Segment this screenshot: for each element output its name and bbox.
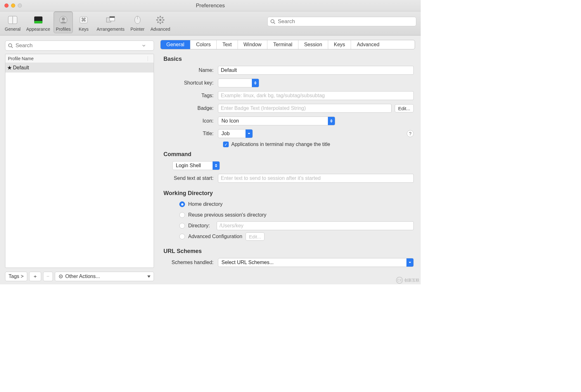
tab-colors-label: Colors xyxy=(196,42,211,47)
badge-edit-label: Edit... xyxy=(398,106,410,111)
svg-line-19 xyxy=(157,17,158,18)
svg-rect-10 xyxy=(110,16,115,18)
toolbar-pointer-label: Pointer xyxy=(131,27,144,32)
radio-advanced-config[interactable] xyxy=(179,234,185,239)
toolbar-search-field[interactable] xyxy=(267,17,416,26)
radio-directory[interactable] xyxy=(179,223,185,229)
svg-point-28 xyxy=(60,276,61,277)
toolbar-arrangements[interactable]: Arrangements xyxy=(94,11,127,33)
radio-reuse-label: Reuse previous session's directory xyxy=(188,212,266,218)
radio-home-label: Home directory xyxy=(188,201,222,207)
name-label: Name: xyxy=(163,67,218,73)
tab-keys[interactable]: Keys xyxy=(328,40,351,49)
toolbar-appearance-label: Appearance xyxy=(26,27,50,32)
name-input[interactable] xyxy=(218,66,414,75)
title-help-button[interactable]: ? xyxy=(407,130,414,137)
advanced-config-edit-label: Edit... xyxy=(249,234,261,239)
form-area: Basics Name: Shortcut key: Tags: xyxy=(160,54,415,284)
icon-label: Icon: xyxy=(163,118,218,124)
other-actions-button[interactable]: Other Actions... xyxy=(55,272,154,281)
toolbar-pointer[interactable]: Pointer xyxy=(128,11,147,33)
chevron-down-icon xyxy=(246,130,252,138)
search-icon xyxy=(270,19,275,24)
profile-search-input[interactable] xyxy=(15,42,149,49)
profile-list: Profile Name ★ Default xyxy=(5,54,154,268)
badge-input[interactable] xyxy=(218,104,392,113)
title-select-value: Job xyxy=(218,131,246,136)
gear-icon xyxy=(58,274,63,279)
directory-path-input[interactable] xyxy=(217,221,414,230)
minimize-window-button[interactable] xyxy=(11,3,15,8)
tags-input[interactable] xyxy=(218,91,414,100)
tab-general[interactable]: General xyxy=(161,40,190,49)
profile-row-default[interactable]: ★ Default xyxy=(5,63,154,73)
tab-text-label: Text xyxy=(222,42,232,47)
tab-window-label: Window xyxy=(244,42,262,47)
section-basics: Basics xyxy=(163,56,414,62)
profile-detail-pane: General Colors Text Window Terminal Sess… xyxy=(158,35,421,284)
section-urlschemes: URL Schemes xyxy=(163,248,414,255)
svg-point-25 xyxy=(9,44,12,47)
radio-reuse-directory[interactable] xyxy=(179,212,185,218)
tab-session-label: Session xyxy=(304,42,322,47)
keys-icon: ⌘ xyxy=(77,15,90,25)
tab-window[interactable]: Window xyxy=(238,40,268,49)
profile-list-header[interactable]: Profile Name xyxy=(5,54,154,63)
slider-icon xyxy=(6,15,19,25)
toolbar-arrangements-label: Arrangements xyxy=(97,27,124,32)
appearance-icon xyxy=(32,15,45,25)
toolbar-keys[interactable]: ⌘ Keys xyxy=(74,11,93,33)
profile-search-field[interactable] xyxy=(5,41,154,51)
updown-icon xyxy=(213,161,220,170)
tab-advanced[interactable]: Advanced xyxy=(351,40,385,49)
radio-home-directory[interactable] xyxy=(179,201,185,207)
send-text-input[interactable] xyxy=(218,174,414,183)
add-profile-button[interactable]: ＋ xyxy=(29,272,41,281)
toolbar-general[interactable]: General xyxy=(3,11,23,33)
profile-tabs: General Colors Text Window Terminal Sess… xyxy=(160,40,415,49)
toolbar-advanced[interactable]: Advanced xyxy=(148,11,172,33)
title-select[interactable]: Job xyxy=(218,129,253,138)
tab-text[interactable]: Text xyxy=(217,40,238,49)
svg-line-21 xyxy=(157,22,158,23)
icon-select-value: No Icon xyxy=(218,118,328,124)
toolbar-search-input[interactable] xyxy=(277,18,413,25)
toolbar-search-wrap xyxy=(267,17,416,26)
toolbar-advanced-label: Advanced xyxy=(150,27,170,32)
profiles-icon xyxy=(57,15,70,25)
advanced-config-edit-button[interactable]: Edit... xyxy=(246,232,265,241)
search-icon xyxy=(8,43,13,48)
toolbar-profiles[interactable]: Profiles xyxy=(54,11,73,33)
url-schemes-select[interactable]: Select URL Schemes... xyxy=(218,258,414,267)
icon-select[interactable]: No Icon xyxy=(218,117,335,125)
shortcut-select[interactable] xyxy=(218,79,259,87)
svg-line-24 xyxy=(274,22,275,24)
profiles-sidebar: Profile Name ★ Default Tags > ＋ − Other … xyxy=(0,35,158,284)
profile-search-wrap xyxy=(5,41,154,51)
command-shell-select[interactable]: Login Shell xyxy=(172,161,220,170)
tab-advanced-label: Advanced xyxy=(357,42,379,47)
other-actions-label: Other Actions... xyxy=(65,274,100,279)
toolbar-keys-label: Keys xyxy=(79,27,88,32)
title-label: Title: xyxy=(163,131,218,136)
apps-may-change-title-checkbox[interactable]: ✓ xyxy=(223,142,229,147)
window-title: Preferences xyxy=(196,3,225,9)
svg-rect-1 xyxy=(12,16,13,24)
apps-may-change-title-label: Applications in terminal may change the … xyxy=(231,142,330,147)
tags-button[interactable]: Tags > xyxy=(5,272,27,281)
zoom-window-button[interactable] xyxy=(18,3,22,8)
title-bar: Preferences xyxy=(0,0,421,11)
badge-edit-button[interactable]: Edit... xyxy=(395,104,414,112)
url-schemes-value: Select URL Schemes... xyxy=(218,260,406,265)
chevron-down-icon[interactable] xyxy=(142,44,145,47)
shortcut-label: Shortcut key: xyxy=(163,80,218,86)
svg-line-26 xyxy=(11,47,13,48)
toolbar-appearance[interactable]: Appearance xyxy=(24,11,53,33)
tab-session[interactable]: Session xyxy=(298,40,328,49)
profile-row-name: Default xyxy=(13,65,154,71)
updown-icon xyxy=(252,79,259,87)
remove-profile-button[interactable]: − xyxy=(43,272,53,281)
tab-colors[interactable]: Colors xyxy=(190,40,217,49)
close-window-button[interactable] xyxy=(4,3,9,8)
tab-terminal[interactable]: Terminal xyxy=(267,40,298,49)
